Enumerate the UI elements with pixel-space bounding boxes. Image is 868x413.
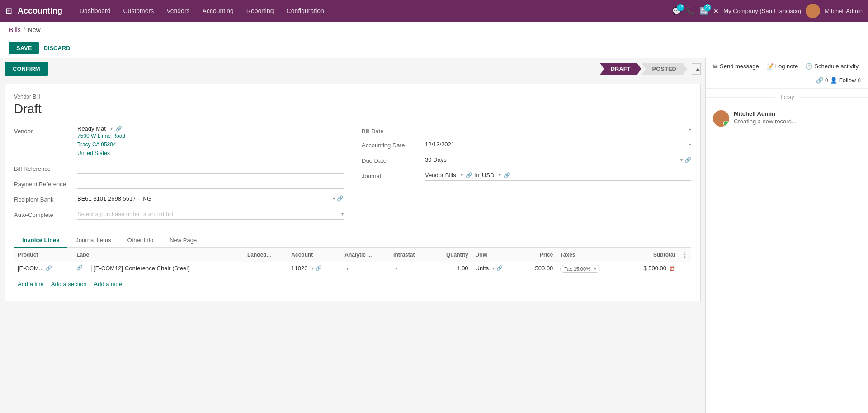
col-label: Label — [73, 248, 244, 262]
due-date-label: Due Date — [362, 155, 425, 164]
user-name: Mitchell Admin — [825, 8, 863, 14]
nav-configuration[interactable]: Configuration — [280, 0, 330, 22]
journal-dropdown[interactable]: ▾ — [461, 173, 463, 178]
tab-other-info[interactable]: Other Info — [119, 233, 161, 248]
row-subtotal: $ 500.00 🗑 — [624, 262, 679, 276]
recipient-bank-field: BE61 3101 2698 5517 - ING ▾ 🔗 — [77, 193, 344, 204]
bill-reference-input[interactable] — [77, 163, 344, 174]
journal-field: Vendor Bills ▾ 🔗 in USD ▾ 🔗 — [425, 170, 691, 181]
uom-link[interactable]: 🔗 — [496, 265, 503, 271]
follow-button[interactable]: 👤 Follow — [830, 77, 856, 84]
row-price[interactable]: 500.00 — [521, 262, 557, 276]
schedule-activity-label: Schedule activity — [814, 63, 859, 70]
vendor-dropdown-arrow[interactable]: ▾ — [110, 126, 113, 131]
tabs-bar: Invoice Lines Journal Items Other Info N… — [14, 233, 691, 248]
scroll-up-button[interactable]: ▲ — [692, 63, 701, 75]
journal-row: Journal Vendor Bills ▾ 🔗 in USD ▾ 🔗 — [362, 170, 691, 181]
vendor-external-link[interactable]: 🔗 — [115, 126, 122, 132]
journal-value: Vendor Bills ▾ 🔗 in USD ▾ 🔗 — [425, 170, 691, 181]
schedule-activity-button[interactable]: 🕐 Schedule activity — [805, 63, 859, 70]
send-message-button[interactable]: ✉ Send message — [713, 63, 759, 70]
currency-link[interactable]: 🔗 — [504, 172, 510, 178]
status-step-posted[interactable]: POSTED — [642, 63, 687, 75]
add-section-link[interactable]: Add a section — [51, 281, 87, 287]
svg-point-2 — [717, 113, 725, 120]
auto-complete-dropdown[interactable]: ▾ — [341, 211, 344, 216]
nav-customers[interactable]: Customers — [117, 0, 160, 22]
log-note-button[interactable]: 📝 Log note — [766, 63, 798, 70]
col-price: Price — [521, 248, 557, 262]
label-edit-icon[interactable]: 🔗 — [76, 265, 83, 271]
row-label[interactable]: 🔗 [E-COM12] Conference Chair (Steel) — [73, 262, 244, 276]
tax-badge[interactable]: Tax 15.00% ▾ — [560, 265, 600, 273]
row-uom: Units ▾ 🔗 — [472, 262, 521, 276]
product-code-text[interactable]: [E-COM... — [18, 265, 44, 272]
intrastat-dropdown[interactable]: ▾ — [395, 266, 397, 271]
vendor-addr-line1: 7500 W Linne Road — [77, 132, 344, 141]
label-checkbox[interactable] — [85, 265, 92, 272]
accounting-date-text: 12/13/2021 — [425, 141, 685, 148]
discard-button[interactable]: DISCARD — [43, 45, 70, 52]
analytic-dropdown[interactable]: ▾ — [346, 266, 349, 271]
nav-accounting[interactable]: Accounting — [196, 0, 240, 22]
nav-dashboard[interactable]: Dashboard — [73, 0, 117, 22]
tax-badge-dropdown[interactable]: ▾ — [594, 266, 596, 271]
vendor-value: Ready Mat ▾ 🔗 7500 W Linne Road Tracy CA… — [77, 125, 344, 158]
activity-icon[interactable]: 🔄 26 — [699, 7, 708, 15]
bill-date-value: ▾ — [425, 125, 691, 134]
top-navigation: ⊞ Accounting Dashboard Customers Vendors… — [0, 0, 868, 22]
due-date-field[interactable]: 30 Days ▾ 🔗 — [425, 155, 691, 165]
due-date-dropdown[interactable]: ▾ — [680, 157, 683, 162]
chatter-divider-label: Today — [775, 94, 798, 100]
messages-icon[interactable]: 💬 12 — [672, 7, 681, 15]
chatter-msg-text: Creating a new record... — [734, 118, 797, 125]
recipient-bank-text: BE61 3101 2698 5517 - ING — [77, 195, 329, 202]
vendor-addr-line3: United States — [77, 149, 344, 158]
due-date-link[interactable]: 🔗 — [684, 157, 691, 163]
bill-date-label: Bill Date — [362, 125, 425, 135]
bill-date-dropdown[interactable]: ▾ — [689, 127, 691, 132]
breadcrumb-parent[interactable]: Bills — [9, 26, 21, 33]
apps-icon[interactable]: ⊞ — [5, 6, 12, 16]
follow-label: Follow — [839, 77, 856, 84]
uom-text: Units — [476, 265, 489, 272]
log-note-label: Log note — [775, 63, 798, 70]
row-account[interactable]: 11020 ▾ 🔗 — [288, 262, 341, 276]
confirm-button[interactable]: CONFIRM — [5, 62, 48, 76]
vendor-label: Vendor — [14, 125, 77, 135]
product-edit-icon[interactable]: 🔗 — [46, 265, 52, 271]
journal-link[interactable]: 🔗 — [466, 172, 472, 178]
accounting-date-dropdown[interactable]: ▾ — [689, 142, 691, 147]
close-icon[interactable]: ✕ — [713, 7, 719, 15]
nav-vendors[interactable]: Vendors — [160, 0, 196, 22]
followers-count: 0 — [858, 77, 861, 84]
tab-journal-items[interactable]: Journal Items — [67, 233, 119, 248]
recipient-bank-link[interactable]: 🔗 — [337, 195, 344, 202]
bill-date-field[interactable]: ▾ — [425, 125, 691, 134]
phone-icon[interactable]: 📞 — [686, 7, 695, 15]
tab-invoice-lines[interactable]: Invoice Lines — [14, 233, 67, 248]
delete-row-icon[interactable]: 🗑 — [669, 265, 675, 272]
row-quantity[interactable]: 1.00 — [430, 262, 472, 276]
payment-reference-input[interactable] — [77, 178, 344, 189]
nav-reporting[interactable]: Reporting — [240, 0, 280, 22]
add-line-link[interactable]: Add a line — [18, 281, 44, 287]
account-dropdown[interactable]: ▾ — [311, 266, 314, 271]
currency-dropdown[interactable]: ▾ — [499, 173, 501, 178]
col-intrastat: Intrastat — [390, 248, 430, 262]
uom-dropdown[interactable]: ▾ — [492, 266, 495, 271]
account-edit-icon[interactable]: 🔗 — [316, 265, 322, 271]
recipient-bank-dropdown[interactable]: ▾ — [333, 196, 335, 201]
save-button[interactable]: SAVE — [9, 42, 39, 54]
messages-icon-small: 🔗 — [816, 77, 823, 84]
tab-new-page[interactable]: New Page — [161, 233, 205, 248]
user-avatar[interactable] — [806, 4, 820, 18]
topbar-right: 💬 12 📞 🔄 26 ✕ My Company (San Francisco)… — [672, 4, 863, 18]
status-steps: DRAFT POSTED — [599, 63, 687, 75]
add-note-link[interactable]: Add a note — [94, 281, 123, 287]
chatter-actions: ✉ Send message 📝 Log note 🕐 Schedule act… — [706, 58, 868, 89]
auto-complete-field[interactable]: Select a purchase order or an old bill ▾ — [77, 209, 344, 220]
status-step-draft[interactable]: DRAFT — [599, 63, 641, 75]
follow-icon: 👤 — [830, 77, 837, 84]
accounting-date-field[interactable]: 12/13/2021 ▾ — [425, 139, 691, 150]
